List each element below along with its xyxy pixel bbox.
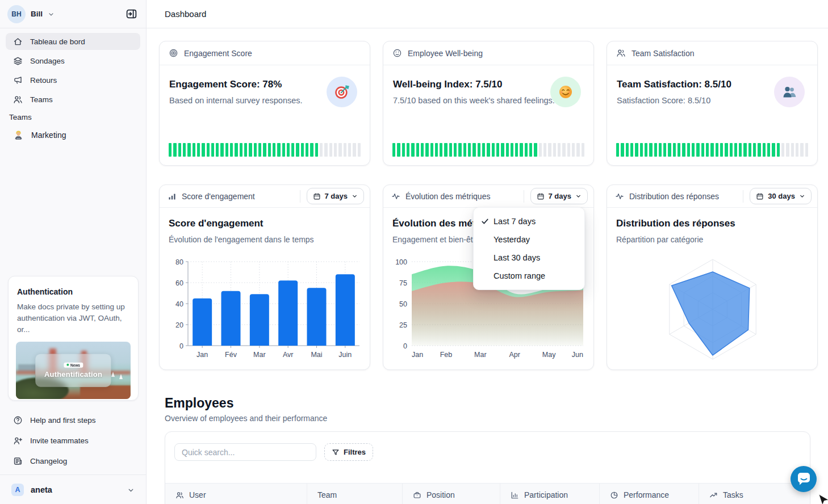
menu-item-custom-range[interactable]: Custom range bbox=[474, 267, 584, 285]
user-avatar[interactable]: BH bbox=[7, 5, 26, 23]
progress-segment bbox=[225, 143, 228, 157]
stat-title: Well-being Index: 7.5/10 bbox=[393, 79, 502, 90]
sidebar-item-retours[interactable]: Retours bbox=[6, 72, 140, 89]
progress-segment bbox=[616, 143, 619, 157]
progress-segment bbox=[183, 143, 186, 157]
engagement-score-card: Engagement Score Engagement Score: 78% B… bbox=[159, 41, 370, 166]
column-header-performance[interactable]: Performance bbox=[600, 484, 699, 504]
sidebar-item-marketing[interactable]: Marketing bbox=[6, 126, 140, 144]
search-input[interactable] bbox=[174, 443, 316, 461]
team-item-label: Marketing bbox=[31, 131, 66, 140]
progress-segment bbox=[202, 143, 204, 157]
sidebar-nav: Tableau de bord Sondages Retours Teams bbox=[6, 33, 140, 110]
progress-segment bbox=[334, 143, 337, 157]
progress-segment bbox=[230, 143, 233, 157]
progress-segment bbox=[482, 143, 485, 157]
date-range-button[interactable]: 7 days bbox=[307, 188, 364, 204]
progress-segment bbox=[739, 143, 742, 157]
svg-text:Feb: Feb bbox=[440, 351, 453, 359]
progress-segment bbox=[358, 143, 361, 157]
header-divider bbox=[300, 190, 300, 203]
bar-chart-icon bbox=[168, 192, 177, 201]
date-range-button[interactable]: 30 days bbox=[750, 188, 812, 204]
progress-segment bbox=[282, 143, 285, 157]
top-bar: Dashboard bbox=[147, 0, 828, 28]
column-label: Performance bbox=[624, 490, 669, 499]
user-name[interactable]: Bill bbox=[31, 10, 43, 18]
column-header-participation[interactable]: Participation bbox=[500, 484, 600, 504]
column-header-team[interactable]: Team bbox=[307, 484, 403, 504]
progress-segment bbox=[805, 143, 808, 157]
collapse-sidebar-icon[interactable] bbox=[124, 7, 139, 22]
employees-table-card: Filtres User Team Position Participation bbox=[165, 431, 810, 504]
sidebar-item-label: Tableau de bord bbox=[30, 37, 85, 46]
sidebar-item-tableau-de-bord[interactable]: Tableau de bord bbox=[6, 33, 140, 50]
header-divider bbox=[743, 190, 743, 203]
column-label: User bbox=[189, 490, 206, 499]
promo-image-bricks bbox=[80, 385, 131, 399]
chevron-down-icon[interactable] bbox=[48, 11, 55, 18]
chart-subtitle: Engagement et bien-être bbox=[392, 235, 480, 244]
newspaper-icon bbox=[13, 456, 23, 466]
column-header-user[interactable]: User bbox=[165, 484, 307, 504]
chat-widget-button[interactable] bbox=[791, 466, 817, 492]
sidebar-user-row: BH Bill bbox=[0, 0, 146, 28]
progress-segment bbox=[430, 143, 433, 157]
progress-segment bbox=[659, 143, 662, 157]
progress-segment bbox=[193, 143, 195, 157]
column-label: Participation bbox=[524, 490, 568, 499]
date-range-button[interactable]: 7 days bbox=[530, 188, 588, 204]
progress-segment bbox=[534, 143, 537, 157]
page-title: Dashboard bbox=[165, 9, 206, 19]
progress-segment bbox=[525, 143, 528, 157]
menu-item-last-7-days[interactable]: Last 7 days bbox=[474, 212, 584, 230]
progress-segment bbox=[734, 143, 737, 157]
users-icon bbox=[616, 48, 626, 58]
menu-item-yesterday[interactable]: Yesterday bbox=[474, 230, 584, 249]
progress-segment bbox=[781, 143, 784, 157]
progress-segment bbox=[315, 143, 318, 157]
progress-bar bbox=[169, 143, 361, 157]
sidebar-item-invite[interactable]: Invite teammates bbox=[6, 432, 140, 449]
progress-segment bbox=[558, 143, 561, 157]
date-range-label: 7 days bbox=[325, 192, 348, 200]
workspace-switcher[interactable]: A aneta bbox=[6, 480, 140, 500]
news-badge: News bbox=[64, 362, 83, 367]
sidebar-item-help[interactable]: Help and first steps bbox=[6, 411, 140, 429]
menu-item-last-30-days[interactable]: Last 30 days bbox=[474, 249, 584, 267]
progress-segment bbox=[258, 143, 261, 157]
card-header-label: Engagement Score bbox=[184, 49, 252, 58]
progress-segment bbox=[268, 143, 271, 157]
progress-segment bbox=[710, 143, 713, 157]
sidebar-footer: Help and first steps Invite teammates Ch… bbox=[6, 411, 140, 473]
column-header-position[interactable]: Position bbox=[403, 484, 500, 504]
progress-segment bbox=[696, 143, 699, 157]
progress-bar bbox=[392, 143, 584, 157]
chart-column-icon bbox=[511, 491, 519, 499]
progress-segment bbox=[487, 143, 490, 157]
help-circle-icon bbox=[13, 415, 23, 425]
svg-text:0: 0 bbox=[179, 342, 183, 350]
workspace-name: aneta bbox=[31, 485, 52, 494]
progress-segment bbox=[543, 143, 546, 157]
sidebar-item-sondages[interactable]: Sondages bbox=[6, 52, 140, 69]
progress-segment bbox=[397, 143, 400, 157]
promo-image[interactable]: News Authentification bbox=[16, 342, 131, 399]
filters-button[interactable]: Filtres bbox=[324, 443, 373, 461]
progress-segment bbox=[649, 143, 652, 157]
progress-segment bbox=[562, 143, 565, 157]
progress-segment bbox=[458, 143, 461, 157]
progress-segment bbox=[344, 143, 346, 157]
well-being-card: Employee Well-being Well-being Index: 7.… bbox=[383, 41, 594, 166]
footer-item-label: Changelog bbox=[30, 457, 67, 465]
menu-item-label: Last 30 days bbox=[494, 253, 540, 262]
sidebar-item-teams[interactable]: Teams bbox=[6, 91, 140, 108]
progress-segment bbox=[800, 143, 803, 157]
progress-segment bbox=[187, 143, 190, 157]
progress-bar bbox=[616, 143, 808, 157]
promo-image-caption: Authentification bbox=[44, 369, 102, 378]
sidebar-item-changelog[interactable]: Changelog bbox=[6, 452, 140, 469]
promo-image-overlay: News Authentification bbox=[35, 354, 111, 387]
progress-segment bbox=[310, 143, 313, 157]
progress-segment bbox=[621, 143, 624, 157]
